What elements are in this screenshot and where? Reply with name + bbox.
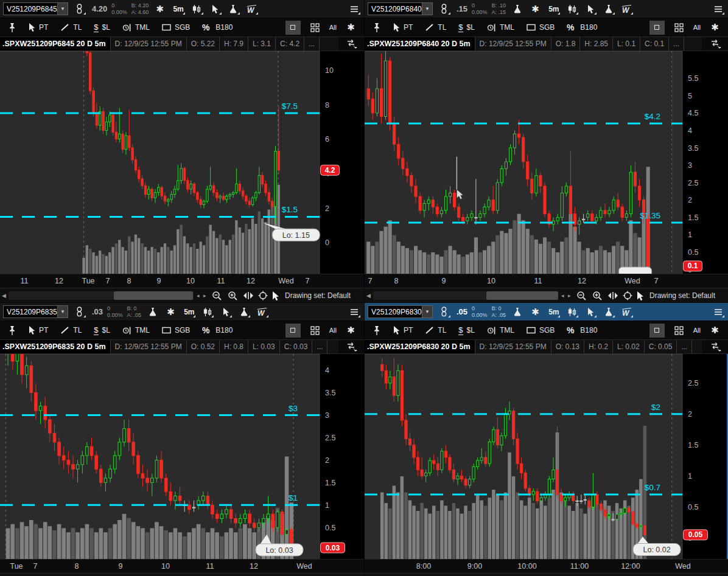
tml-tool-button[interactable]: TML [481, 321, 520, 339]
grid-layout-icon[interactable] [308, 20, 322, 35]
studies-flask-icon[interactable] [601, 305, 615, 319]
zoom-in-icon[interactable] [228, 574, 238, 576]
settings-gear-icon[interactable]: ✱ [153, 2, 167, 16]
reset-scale-icon[interactable] [702, 340, 728, 353]
link-icon[interactable] [72, 2, 86, 16]
pt-tool-button[interactable]: PT [387, 18, 419, 36]
zoom-out-icon[interactable] [212, 574, 222, 576]
pointer-tool-icon[interactable] [208, 2, 222, 16]
settings-gear-icon[interactable]: ✱ [528, 305, 542, 319]
trendline-tool-button[interactable]: TL [419, 18, 452, 36]
zoom-in-icon[interactable] [592, 574, 603, 576]
tml-tool-button[interactable]: TML [116, 321, 156, 339]
pointer-tool-icon[interactable] [583, 2, 597, 16]
single-cell-button[interactable] [285, 324, 301, 338]
ohlc-more[interactable]: ... [668, 37, 684, 50]
zoom-in-icon[interactable] [228, 288, 238, 302]
pointer-mode-icon[interactable] [271, 574, 279, 576]
timeframe-button[interactable]: 5m [182, 305, 196, 319]
symbol-value[interactable]: V251209P6830 [368, 306, 422, 317]
timeframe-button[interactable]: 5m [547, 2, 561, 16]
studies-flask-icon[interactable] [601, 2, 615, 16]
chart-style-icon[interactable] [565, 305, 579, 319]
drawing-set-selector[interactable]: Drawing set: Default [649, 288, 728, 302]
trendline-tool-button[interactable]: TL [54, 321, 88, 339]
b180-tool-button[interactable]: %B180 [196, 18, 239, 36]
drawings-icon[interactable]: W [245, 2, 259, 16]
crosshair-icon[interactable] [258, 574, 268, 576]
scroll-step-left-icon[interactable]: ◂ [197, 574, 200, 576]
chart-area[interactable]: $7.5$1.502468104.2Lo: 1.15 [0, 51, 364, 274]
expand-horizontal-icon[interactable] [607, 288, 618, 302]
drawing-set-selector[interactable]: Drawing set: Default [649, 574, 728, 576]
trendline-tool-button[interactable]: TL [419, 321, 452, 339]
chart-style-icon[interactable] [565, 2, 579, 16]
panel-settings-gear-icon[interactable]: ✱ [344, 323, 358, 338]
scroll-step-right-icon[interactable]: ▸ [203, 288, 206, 302]
reset-scale-icon[interactable] [702, 37, 728, 50]
chart-area[interactable]: $4.2$1.3500.511.522.533.544.555.50.1 [365, 51, 728, 274]
drawings-icon[interactable]: W [620, 305, 634, 319]
panel-settings-gear-icon[interactable]: ✱ [344, 20, 358, 35]
scroll-step-right-icon[interactable]: ▸ [568, 574, 571, 576]
pt-tool-button[interactable]: PT [387, 321, 419, 339]
chart-area[interactable]: $2$0.700.511.522.50.05Lo: 0.02 [365, 354, 728, 559]
symbol-value[interactable]: V251209P6835 [4, 306, 57, 317]
ohlc-more[interactable]: ... [676, 340, 691, 353]
scroll-step-left-icon[interactable]: ◂ [197, 288, 200, 302]
symbol-dropdown-button[interactable]: ▼ [57, 306, 68, 317]
expand-horizontal-icon[interactable] [243, 574, 254, 576]
link-icon[interactable] [437, 2, 451, 16]
scroll-step-right-icon[interactable]: ▸ [568, 288, 571, 302]
price-chart[interactable]: $3$100.511.522.533.540.03Lo: 0.03 [0, 354, 364, 559]
ohlc-more[interactable]: ... [304, 37, 319, 50]
crosshair-icon[interactable] [623, 288, 632, 302]
pointer-tool-icon[interactable] [219, 305, 233, 319]
zoom-out-icon[interactable] [576, 574, 587, 576]
menu-icon[interactable] [711, 305, 725, 319]
drawings-icon[interactable]: W [255, 305, 269, 319]
pin-button[interactable] [2, 321, 22, 339]
pointer-mode-icon[interactable] [636, 288, 644, 302]
single-cell-button[interactable] [649, 21, 665, 35]
scroll-left-icon[interactable]: ◀ [2, 574, 6, 576]
timeframe-button[interactable]: 5m [171, 2, 185, 16]
panel-settings-gear-icon[interactable]: ✱ [708, 20, 722, 35]
symbol-dropdown-button[interactable]: ▼ [422, 3, 432, 15]
menu-icon[interactable] [347, 2, 361, 16]
dollar-level-tool-button[interactable]: $$L [452, 18, 481, 36]
expand-horizontal-icon[interactable] [607, 574, 618, 576]
all-button[interactable]: All [329, 327, 337, 334]
dollar-level-tool-button[interactable]: $$L [88, 18, 116, 36]
b180-tool-button[interactable]: %B180 [561, 18, 603, 36]
sgb-tool-button[interactable]: SGB [156, 18, 196, 36]
dollar-level-tool-button[interactable]: $$L [88, 321, 116, 339]
studies-flask-icon[interactable] [226, 2, 240, 16]
crosshair-icon[interactable] [623, 574, 632, 576]
pt-tool-button[interactable]: PT [22, 18, 54, 36]
settings-gear-icon[interactable]: ✱ [164, 305, 178, 319]
scroll-step-left-icon[interactable]: ◂ [561, 288, 564, 302]
symbol-input[interactable]: V251209P6830▼ [368, 305, 433, 318]
dollar-level-tool-button[interactable]: $$L [452, 321, 481, 339]
pointer-tool-icon[interactable] [583, 305, 597, 319]
analyze-flask-icon[interactable] [145, 305, 159, 319]
b180-tool-button[interactable]: %B180 [561, 321, 603, 339]
single-cell-button[interactable] [649, 324, 665, 338]
scroll-step-left-icon[interactable]: ◂ [561, 574, 564, 576]
pin-button[interactable] [367, 18, 387, 36]
all-button[interactable]: All [329, 24, 337, 31]
reset-scale-icon[interactable] [338, 340, 364, 353]
pin-button[interactable] [2, 18, 22, 36]
panel-settings-gear-icon[interactable]: ✱ [708, 323, 722, 338]
drawing-set-selector[interactable]: Drawing set: Default [285, 288, 364, 302]
analyze-flask-icon[interactable] [510, 2, 524, 16]
menu-icon[interactable] [711, 2, 725, 16]
crosshair-icon[interactable] [258, 288, 268, 302]
scroll-left-icon[interactable]: ◀ [366, 574, 371, 576]
price-chart[interactable]: $7.5$1.502468104.2Lo: 1.15 [0, 51, 364, 274]
scrollbar-thumb[interactable] [486, 291, 558, 300]
symbol-dropdown-button[interactable]: ▼ [422, 306, 432, 317]
zoom-out-icon[interactable] [576, 288, 587, 302]
pt-tool-button[interactable]: PT [22, 321, 54, 339]
